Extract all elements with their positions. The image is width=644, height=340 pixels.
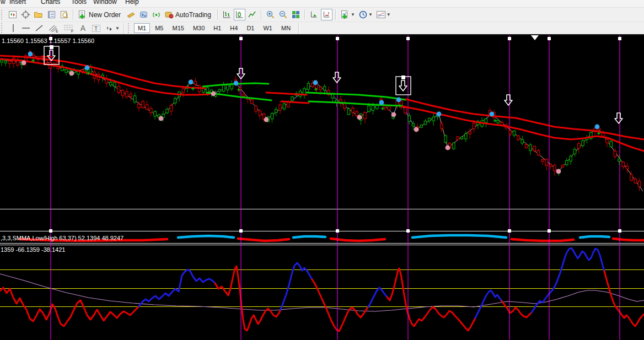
menu-item-charts[interactable]: Charts	[41, 0, 60, 7]
crosshair-button[interactable]	[20, 9, 31, 20]
templates-dropdown-caret[interactable]: ▼	[387, 12, 391, 17]
toolbar-standard: New Order AutoTrading	[0, 8, 644, 22]
candle-body	[331, 94, 334, 98]
candle-body	[146, 105, 148, 109]
chart-background	[0, 35, 644, 340]
timeframe-mn-button[interactable]: MN	[277, 23, 294, 33]
new-order-button[interactable]: New Order	[77, 9, 124, 20]
toolbar-grip[interactable]	[1, 23, 5, 33]
toolbar-grip[interactable]	[1, 10, 5, 20]
candle-body	[372, 105, 374, 110]
price-chart[interactable]	[0, 35, 644, 340]
timeframe-m15-button[interactable]: M15	[168, 23, 187, 33]
toolbar-grip[interactable]	[128, 23, 132, 33]
vline-selection-handle[interactable]	[239, 37, 243, 40]
metaeditor-button[interactable]	[138, 9, 149, 20]
bar-chart-button[interactable]	[221, 9, 233, 20]
candle-body	[618, 159, 620, 161]
candle-body	[356, 112, 358, 116]
vline-selection-handle[interactable]	[49, 229, 52, 233]
horizontal-line-tool-button[interactable]	[20, 23, 32, 34]
timeframe-m1-button[interactable]: M1	[134, 23, 150, 33]
indicators-dropdown-caret[interactable]: ▼	[351, 12, 355, 17]
periods-button[interactable]: ▼	[357, 9, 374, 20]
candle-body	[561, 165, 564, 168]
candle-body	[573, 149, 576, 154]
menu-item-help[interactable]: Help	[125, 0, 139, 7]
zoom-in-button[interactable]	[265, 9, 276, 20]
vline-selection-handle[interactable]	[548, 229, 551, 233]
chart-area[interactable]: 1.15560 1.15563 1.15557 1.15560 ,3,3,SMM…	[0, 34, 644, 340]
vertical-line-tool-button[interactable]	[7, 23, 19, 34]
candlestick-chart-button[interactable]	[234, 9, 245, 20]
chart-shift-button[interactable]	[321, 9, 332, 20]
timeframe-w1-button[interactable]: W1	[259, 23, 276, 33]
menu-item-w[interactable]: w	[1, 0, 6, 7]
swing-high-dot	[437, 112, 442, 117]
timeframe-h4-button[interactable]: H4	[226, 23, 242, 33]
label-tool-icon: T	[91, 24, 101, 33]
candle-body	[412, 124, 414, 126]
profiles-button[interactable]	[33, 9, 45, 20]
svg-text:T: T	[94, 25, 98, 31]
text-tool-button[interactable]: A	[77, 23, 89, 34]
vline-selection-handle[interactable]	[406, 229, 410, 233]
fibonacci-tool-button[interactable]: F	[62, 23, 76, 34]
indicators-button[interactable]: ▼	[339, 9, 356, 20]
label-tool-button[interactable]: T	[90, 23, 103, 34]
autotrading-button[interactable]: AutoTrading	[163, 9, 214, 20]
candle-body	[352, 108, 354, 112]
timeframe-h1-button[interactable]: H1	[210, 23, 225, 33]
menu-item-tools[interactable]: Tools	[71, 0, 87, 7]
candle-body	[622, 162, 624, 167]
candle-body	[469, 132, 471, 134]
candle-body	[537, 150, 539, 155]
vline-selection-handle[interactable]	[508, 37, 511, 40]
auto-scroll-icon	[309, 10, 319, 19]
vline-selection-handle[interactable]	[618, 37, 621, 40]
arrow-selection-handle[interactable]	[401, 75, 405, 79]
candle-body	[473, 123, 475, 128]
candle-body	[441, 124, 443, 128]
arrows-dropdown-caret[interactable]: ▼	[115, 26, 120, 31]
candle-body	[8, 61, 10, 64]
candle-body	[376, 105, 378, 109]
new-chart-button[interactable]	[7, 9, 19, 20]
candle-body	[259, 111, 261, 116]
arrow-selection-handle[interactable]	[50, 45, 53, 49]
signals-button[interactable]	[151, 9, 162, 20]
candle-body	[460, 137, 463, 139]
periods-dropdown-caret[interactable]: ▼	[368, 12, 373, 17]
menu-item-window[interactable]: Window	[93, 0, 117, 7]
vline-selection-handle[interactable]	[406, 37, 410, 40]
vline-selection-handle[interactable]	[239, 229, 243, 233]
line-chart-icon	[248, 10, 257, 19]
data-window-button[interactable]	[58, 9, 70, 20]
candle-body	[275, 109, 277, 112]
equidistant-channel-tool-button[interactable]: E	[46, 23, 61, 34]
swing-high-dot	[189, 80, 194, 85]
line-chart-button[interactable]	[246, 9, 258, 20]
vline-selection-handle[interactable]	[336, 229, 339, 233]
candle-body	[347, 109, 350, 114]
metaquotes-language-button[interactable]	[125, 9, 137, 20]
market-watch-button[interactable]	[46, 9, 57, 20]
timeframe-d1-button[interactable]: D1	[243, 23, 258, 33]
vline-selection-handle[interactable]	[548, 37, 551, 40]
tile-windows-button[interactable]	[290, 9, 302, 20]
auto-scroll-button[interactable]	[308, 9, 320, 20]
candle-body	[408, 116, 410, 121]
indicator1-ribbon-segment	[580, 236, 609, 238]
menu-item-insert[interactable]: Insert	[9, 0, 26, 7]
vline-selection-handle[interactable]	[508, 229, 511, 233]
vline-selection-handle[interactable]	[336, 37, 339, 40]
trendline-tool-button[interactable]	[33, 23, 45, 34]
swing-high-dot	[396, 98, 401, 102]
candle-body	[45, 60, 47, 63]
timeframe-m30-button[interactable]: M30	[189, 23, 208, 33]
timeframe-m5-button[interactable]: M5	[151, 23, 167, 33]
templates-button[interactable]: ▼	[375, 9, 392, 20]
vline-selection-handle[interactable]	[618, 229, 621, 233]
arrows-tool-button[interactable]: ▼	[104, 23, 121, 34]
zoom-out-button[interactable]	[277, 9, 289, 20]
